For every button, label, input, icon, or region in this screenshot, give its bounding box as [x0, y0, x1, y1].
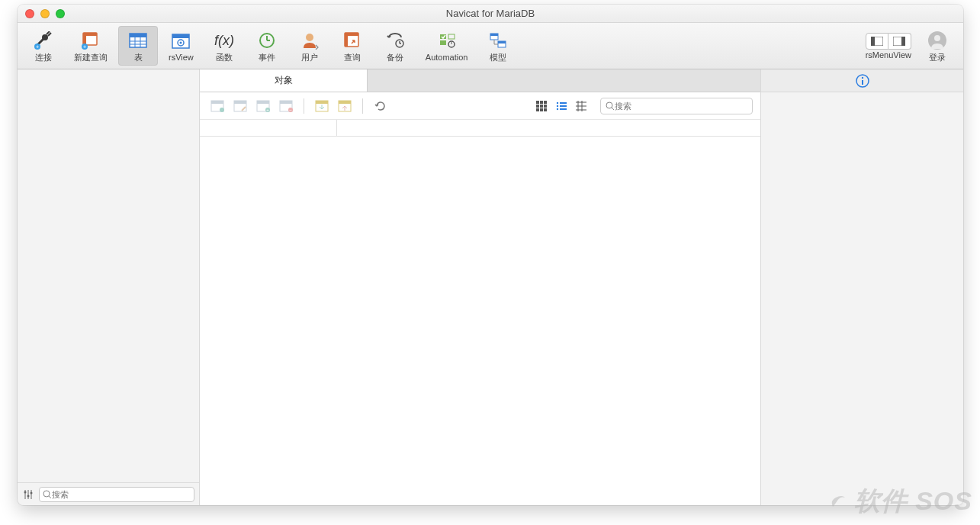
model-icon	[487, 30, 509, 51]
svg-text:−: −	[289, 108, 292, 112]
function-button[interactable]: f(x) 函数	[204, 26, 244, 66]
svg-rect-79	[560, 102, 567, 104]
view-grid-button[interactable]	[533, 98, 550, 114]
event-button[interactable]: 事件	[247, 26, 287, 66]
table-button[interactable]: 表	[118, 26, 158, 66]
svg-rect-62	[280, 101, 292, 104]
new-query-button[interactable]: + 新建查询	[66, 26, 115, 66]
object-search-input[interactable]	[615, 101, 747, 111]
window-controls	[25, 9, 65, 18]
svg-rect-15	[172, 34, 189, 38]
info-panel	[760, 69, 963, 505]
view-list-button[interactable]	[553, 98, 570, 114]
svg-rect-72	[536, 105, 539, 108]
svg-rect-35	[490, 34, 498, 36]
new-table-button[interactable]: +	[253, 96, 273, 116]
backup-button[interactable]: 备份	[375, 26, 415, 66]
svg-rect-25	[345, 33, 348, 47]
svg-point-89	[606, 102, 612, 108]
sidebar-footer	[18, 482, 199, 505]
svg-line-90	[612, 108, 614, 110]
svg-rect-74	[544, 105, 547, 108]
connection-tree[interactable]	[18, 69, 199, 482]
svg-point-43	[934, 35, 940, 41]
detail-icon	[576, 101, 586, 111]
svg-rect-83	[560, 108, 567, 110]
tab-label: 对象	[275, 74, 293, 87]
user-button[interactable]: 用户	[290, 26, 329, 66]
query-icon	[341, 30, 364, 51]
new-query-icon: +	[79, 30, 102, 51]
window-body: 对象 + −	[18, 69, 963, 505]
object-list-area[interactable]	[200, 137, 760, 505]
tab-objects[interactable]: 对象	[200, 69, 368, 92]
toolbar-label: Automation	[426, 53, 468, 62]
export-button[interactable]	[335, 96, 355, 116]
svg-text:+: +	[266, 108, 269, 112]
svg-point-17	[180, 42, 182, 44]
plug-icon: +	[32, 30, 55, 51]
design-table-button[interactable]	[230, 96, 250, 116]
close-window-button[interactable]	[25, 9, 34, 18]
open-table-button[interactable]	[207, 96, 227, 116]
search-icon	[43, 490, 52, 499]
sidebar-search-input[interactable]	[52, 490, 191, 499]
toolbar-label: 连接	[35, 52, 52, 63]
app-window: Navicat for MariaDB + 连接 + 新建查询 表 rsVi	[18, 5, 963, 505]
watermark: 软件 SOS	[827, 484, 972, 519]
panel-left-button[interactable]	[866, 33, 888, 50]
svg-rect-76	[540, 108, 543, 111]
main-toolbar: + 连接 + 新建查询 表 rsView f(x) 函数	[18, 23, 963, 69]
info-icon	[856, 74, 869, 88]
adjust-icon	[24, 489, 33, 500]
toolbar-label: 事件	[259, 52, 275, 63]
clock-icon	[255, 30, 278, 51]
maximize-window-button[interactable]	[56, 9, 65, 18]
table-icon	[127, 30, 149, 51]
delete-table-button[interactable]: −	[276, 96, 296, 116]
view-detail-button[interactable]	[573, 98, 590, 114]
svg-rect-53	[211, 101, 223, 104]
import-button[interactable]	[312, 96, 332, 116]
object-search[interactable]	[600, 98, 753, 114]
info-tab[interactable]	[856, 74, 869, 88]
query-button[interactable]: 查询	[333, 26, 372, 66]
backup-icon	[384, 30, 406, 51]
svg-rect-41	[901, 37, 905, 46]
svg-rect-81	[560, 105, 567, 107]
sidebar-settings-button[interactable]	[22, 488, 34, 501]
svg-rect-73	[540, 105, 543, 108]
column-header[interactable]	[200, 120, 337, 136]
refresh-icon	[374, 100, 387, 112]
svg-text:+: +	[83, 43, 87, 50]
sidebar-search[interactable]	[39, 487, 194, 502]
svg-rect-75	[536, 108, 539, 111]
titlebar: Navicat for MariaDB	[18, 5, 963, 23]
svg-rect-56	[234, 101, 246, 104]
refresh-button[interactable]	[371, 96, 390, 116]
menuview-toggle: rsMenuView	[863, 26, 914, 66]
sidebar	[18, 69, 200, 505]
svg-point-49	[31, 491, 33, 494]
automation-button[interactable]: Automation	[418, 26, 476, 66]
svg-rect-66	[316, 101, 328, 104]
automation-icon	[435, 31, 458, 52]
toolbar-label: 查询	[344, 52, 361, 63]
watermark-text: 软件 SOS	[854, 484, 972, 519]
rsview-button[interactable]: rsView	[161, 26, 201, 66]
model-button[interactable]: 模型	[478, 26, 518, 66]
panel-right-button[interactable]	[888, 33, 911, 50]
view-icon	[169, 31, 192, 52]
svg-rect-70	[540, 101, 543, 104]
toolbar-label: rsView	[169, 53, 194, 62]
tab-bar: 对象	[200, 69, 760, 92]
login-button[interactable]: 登录	[917, 26, 957, 66]
watermark-icon	[827, 490, 850, 513]
svg-text:+: +	[36, 43, 40, 50]
connection-button[interactable]: + 连接	[24, 26, 63, 66]
toolbar-label: 备份	[387, 52, 403, 63]
svg-rect-71	[544, 101, 547, 104]
svg-point-47	[24, 491, 27, 493]
minimize-window-button[interactable]	[40, 9, 50, 18]
info-panel-tabs	[761, 69, 963, 92]
